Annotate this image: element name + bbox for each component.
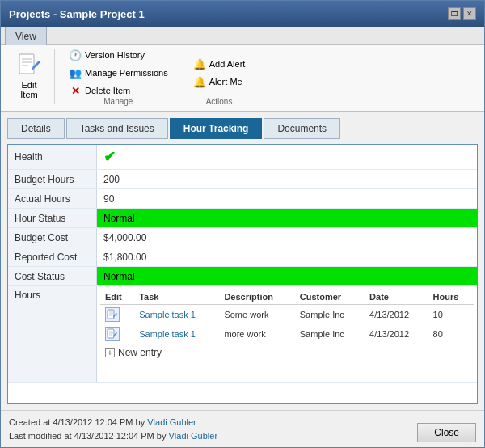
add-alert-label: Add Alert <box>209 59 246 69</box>
actual-hours-row: Actual Hours 90 <box>8 189 477 209</box>
table-row: Sample task 1 Some work Sample Inc 4/13/… <box>100 305 474 325</box>
row1-edit <box>100 305 134 325</box>
cost-status-label: Cost Status <box>8 267 97 285</box>
budget-hours-row: Budget Hours 200 <box>8 170 477 189</box>
col-customer: Customer <box>295 290 365 305</box>
manage-group-label: Manage <box>103 97 133 106</box>
tab-details[interactable]: Details <box>7 118 65 139</box>
col-description: Description <box>219 290 294 305</box>
new-entry-button[interactable]: + New entry <box>100 344 474 361</box>
new-entry-icon: + <box>105 348 115 357</box>
hour-status-value: Normal <box>97 209 477 227</box>
delete-item-button[interactable]: ✕ Delete Item <box>65 82 172 99</box>
ribbon-group-edit-items: EditItem <box>11 50 48 102</box>
svg-rect-6 <box>108 310 114 319</box>
restore-button[interactable]: 🗖 <box>448 7 461 20</box>
title-bar: Projects - Sample Project 1 🗖 ✕ <box>1 1 484 27</box>
alert-me-label: Alert Me <box>209 77 242 87</box>
modified-by-link[interactable]: Vladi Gubler <box>169 431 218 441</box>
row2-hours: 80 <box>428 324 474 344</box>
window-controls: 🗖 ✕ <box>448 7 476 20</box>
budget-cost-label: Budget Cost <box>8 228 97 247</box>
health-label: Health <box>8 145 97 169</box>
footer: Created at 4/13/2012 12:04 PM by Vladi G… <box>1 410 484 447</box>
row1-description: Some work <box>219 305 294 325</box>
alert-me-button[interactable]: 🔔 Alert Me <box>189 74 250 90</box>
row2-task-link[interactable]: Sample task 1 <box>139 329 196 339</box>
ribbon-content: EditItem 🕐 Version History 👥 Manage Perm… <box>1 45 484 111</box>
health-value: ✔ <box>97 145 477 169</box>
ribbon-group-edit: EditItem <box>7 49 55 104</box>
hour-tracking-panel: Health ✔ Budget Hours 200 Actual Hours 9… <box>7 144 478 404</box>
row2-description: more work <box>219 324 294 344</box>
hours-table-header: Edit Task Description Customer Date Hour… <box>100 290 474 305</box>
add-alert-button[interactable]: 🔔 Add Alert <box>189 56 250 72</box>
hours-section: Hours Edit Task Description Customer Dat… <box>8 286 477 383</box>
window-title: Projects - Sample Project 1 <box>9 8 145 20</box>
version-history-label: Version History <box>85 50 145 60</box>
actions-group-label: Actions <box>206 97 233 106</box>
budget-hours-value: 200 <box>97 170 477 188</box>
close-button[interactable]: Close <box>417 423 476 442</box>
cost-status-value: Normal <box>97 267 477 285</box>
tab-documents[interactable]: Documents <box>264 118 340 139</box>
row2-task: Sample task 1 <box>134 324 219 344</box>
ribbon-group-manage: 🕐 Version History 👥 Manage Permissions ✕… <box>61 49 179 108</box>
hour-status-row: Hour Status Normal <box>8 209 477 228</box>
reported-cost-row: Reported Cost $1,800.00 <box>8 247 477 267</box>
table-row: Sample task 1 more work Sample Inc 4/13/… <box>100 324 474 344</box>
row1-date: 4/13/2012 <box>365 305 428 325</box>
modified-line: Last modified at 4/13/2012 12:04 PM by V… <box>9 429 217 443</box>
cost-status-row: Cost Status Normal <box>8 267 477 286</box>
health-checkmark: ✔ <box>103 148 116 166</box>
row2-edit-icon[interactable] <box>105 327 120 341</box>
tab-bar: Details Tasks and Issues Hour Tracking D… <box>7 118 478 139</box>
row1-hours: 10 <box>428 305 474 325</box>
hours-table: Edit Task Description Customer Date Hour… <box>100 290 474 344</box>
row1-task-link[interactable]: Sample task 1 <box>139 310 196 319</box>
created-by-link[interactable]: Vladi Gubler <box>147 417 196 427</box>
reported-cost-value: $1,800.00 <box>97 247 477 266</box>
ribbon-tab-view[interactable]: View <box>5 27 47 45</box>
svg-rect-12 <box>108 329 114 338</box>
tab-tasks-and-issues[interactable]: Tasks and Issues <box>66 118 168 139</box>
version-history-icon: 🕐 <box>69 49 82 61</box>
edit-item-button[interactable]: EditItem <box>11 50 48 102</box>
created-text: Created at 4/13/2012 12:04 PM by <box>9 417 145 427</box>
col-hours: Hours <box>428 290 474 305</box>
footer-info: Created at 4/13/2012 12:04 PM by Vladi G… <box>9 416 217 442</box>
ribbon-tabs: View <box>1 27 484 45</box>
row2-date: 4/13/2012 <box>365 324 428 344</box>
manage-permissions-label: Manage Permissions <box>85 68 168 78</box>
row1-edit-icon[interactable] <box>105 307 120 322</box>
svg-rect-0 <box>19 54 34 74</box>
budget-cost-row: Budget Cost $4,000.00 <box>8 228 477 247</box>
manage-permissions-button[interactable]: 👥 Manage Permissions <box>65 65 172 81</box>
ribbon-group-actions: 🔔 Add Alert 🔔 Alert Me Actions <box>186 49 256 108</box>
edit-item-label: EditItem <box>20 80 37 99</box>
delete-item-label: Delete Item <box>85 86 130 95</box>
add-alert-icon: 🔔 <box>193 57 206 70</box>
row2-edit <box>100 324 134 344</box>
main-window: Projects - Sample Project 1 🗖 ✕ View <box>0 0 485 448</box>
col-date: Date <box>365 290 428 305</box>
actual-hours-label: Actual Hours <box>8 189 97 208</box>
ribbon-actions-small-items: 🔔 Add Alert 🔔 Alert Me <box>189 50 250 95</box>
col-task: Task <box>134 290 219 305</box>
new-entry-label: New entry <box>118 347 162 358</box>
hour-status-label: Hour Status <box>8 209 97 227</box>
ribbon-manage-small-items: 🕐 Version History 👥 Manage Permissions ✕… <box>65 50 172 95</box>
close-window-button[interactable]: ✕ <box>463 7 476 20</box>
created-line: Created at 4/13/2012 12:04 PM by Vladi G… <box>9 416 217 429</box>
budget-cost-value: $4,000.00 <box>97 228 477 247</box>
actual-hours-value: 90 <box>97 189 477 208</box>
ribbon: View <box>1 27 484 112</box>
col-edit: Edit <box>100 290 134 305</box>
tab-hour-tracking[interactable]: Hour Tracking <box>170 118 263 139</box>
manage-permissions-icon: 👥 <box>69 66 82 79</box>
version-history-button[interactable]: 🕐 Version History <box>65 47 172 63</box>
reported-cost-label: Reported Cost <box>8 247 97 266</box>
content-area: Details Tasks and Issues Hour Tracking D… <box>1 112 484 410</box>
ribbon-actions-items: 🔔 Add Alert 🔔 Alert Me <box>189 50 250 95</box>
hours-content: Edit Task Description Customer Date Hour… <box>97 286 477 382</box>
